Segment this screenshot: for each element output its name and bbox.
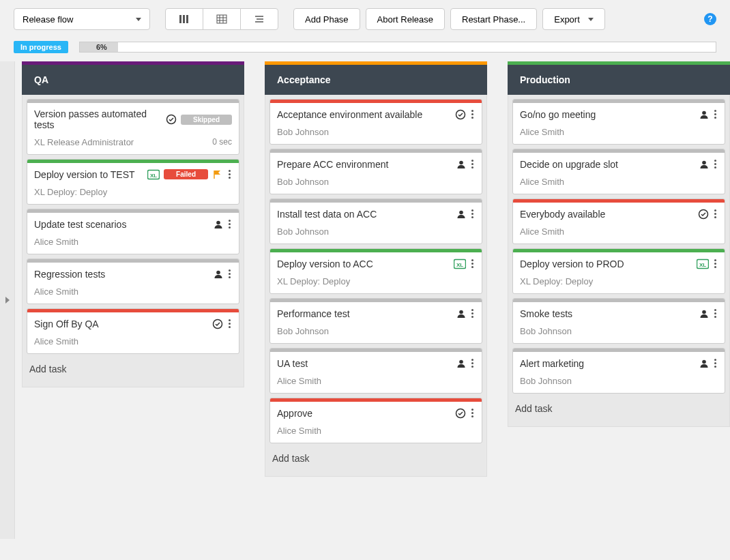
add-phase-button[interactable]: Add Phase (293, 8, 360, 30)
task-assignee: Bob Johnson (277, 226, 475, 237)
task-card[interactable]: Version passes automated tests Skipped X… (27, 99, 239, 155)
task-card[interactable]: Acceptance environment available Bob Joh… (269, 99, 482, 145)
task-card[interactable]: Decide on upgrade slot Alice Smith (512, 149, 725, 194)
task-menu-icon[interactable] (227, 268, 232, 280)
task-assignee: Bob Johnson (520, 326, 718, 336)
task-card[interactable]: Everybody available Alice Smith (512, 198, 725, 244)
task-card[interactable]: Sign Off By QA Alice Smith (27, 308, 239, 354)
add-task-button[interactable]: Add task (27, 358, 239, 380)
table-view-button[interactable] (203, 8, 241, 30)
task-card[interactable]: Prepare ACC environment Bob Johnson (269, 149, 482, 194)
flag-icon (212, 169, 223, 180)
task-menu-icon[interactable] (470, 158, 475, 170)
task-card[interactable]: Deploy version to TEST XLFailed XL Deplo… (27, 159, 239, 205)
task-title: Regression tests (34, 269, 209, 280)
board-view-button[interactable] (165, 8, 203, 30)
person-icon (699, 110, 709, 119)
task-assignee: Alice Smith (34, 336, 232, 347)
task-title: Decide on upgrade slot (520, 159, 695, 170)
phase-title: QA (34, 74, 48, 85)
status-chip: Skipped (181, 115, 232, 125)
task-menu-icon[interactable] (470, 308, 475, 319)
list-view-button[interactable] (240, 8, 278, 30)
svg-rect-2 (186, 15, 188, 23)
phase-title: Production (520, 74, 570, 85)
svg-text:XL: XL (150, 172, 157, 178)
toolbar: Release flow Add Phase Abort Release Res… (0, 0, 730, 38)
phase-header[interactable]: QA (22, 65, 244, 95)
task-card[interactable]: Install test data on ACC Bob Johnson (269, 198, 482, 244)
task-card[interactable]: Approve Alice Smith (269, 398, 482, 443)
task-title: Version passes automated tests (34, 108, 162, 130)
task-title: Alert marketing (520, 358, 695, 369)
task-menu-icon[interactable] (470, 407, 475, 419)
task-menu-icon[interactable] (713, 258, 718, 269)
task-card[interactable]: Performance test Bob Johnson (269, 298, 482, 344)
task-menu-icon[interactable] (713, 108, 718, 120)
task-menu-icon[interactable] (470, 108, 475, 120)
task-menu-icon[interactable] (713, 357, 718, 369)
task-assignee: XL Deploy: Deploy (277, 276, 475, 286)
sidebar-expand[interactable] (0, 61, 15, 539)
task-menu-icon[interactable] (713, 208, 718, 220)
gate-icon (455, 109, 466, 120)
person-icon (456, 209, 466, 219)
columns-icon (179, 14, 190, 25)
abort-release-button[interactable]: Abort Release (366, 8, 445, 30)
svg-text:XL: XL (456, 261, 463, 267)
task-assignee: Alice Smith (277, 426, 475, 436)
task-card[interactable]: Regression tests Alice Smith (27, 259, 239, 304)
task-assignee: Bob Johnson (277, 127, 475, 137)
phase-header[interactable]: Acceptance (265, 65, 487, 95)
person-icon (699, 309, 709, 319)
task-menu-icon[interactable] (470, 208, 475, 220)
export-button[interactable]: Export (542, 8, 605, 30)
task-card[interactable]: Alert marketing Bob Johnson (512, 348, 725, 394)
add-task-button[interactable]: Add task (512, 398, 725, 419)
svg-point-14 (216, 220, 220, 224)
help-icon[interactable]: ? (704, 13, 716, 25)
task-title: Sign Off By QA (34, 319, 208, 329)
restart-phase-button[interactable]: Restart Phase... (450, 8, 537, 30)
task-title: Performance test (277, 308, 452, 319)
person-icon (456, 309, 466, 319)
svg-point-15 (216, 270, 220, 274)
status-chip: Failed (164, 169, 208, 179)
task-menu-icon[interactable] (470, 258, 475, 269)
task-menu-icon[interactable] (713, 308, 718, 319)
task-card[interactable]: Smoke tests Bob Johnson (512, 298, 725, 344)
view-selector-label: Release flow (23, 14, 73, 25)
gate-icon (166, 114, 177, 125)
task-card[interactable]: Update test scenarios Alice Smith (27, 209, 239, 254)
progress-percent-label: 6% (96, 42, 107, 52)
task-menu-icon[interactable] (227, 168, 232, 180)
task-menu-icon[interactable] (470, 357, 475, 369)
task-menu-icon[interactable] (227, 218, 232, 230)
phase-body: Version passes automated tests Skipped X… (22, 95, 244, 387)
svg-point-19 (459, 210, 463, 214)
svg-point-25 (702, 110, 706, 115)
svg-point-18 (459, 160, 463, 164)
task-card[interactable]: Deploy version to ACC XL XL Deploy: Depl… (269, 248, 482, 294)
task-assignee: Alice Smith (520, 177, 718, 187)
task-assignee: Bob Johnson (520, 376, 718, 386)
task-card[interactable]: Go/no go meeting Alice Smith (512, 99, 725, 145)
add-task-button[interactable]: Add task (269, 447, 482, 469)
phase-header[interactable]: Production (508, 65, 730, 95)
task-menu-icon[interactable] (227, 318, 232, 329)
task-assignee: Bob Johnson (277, 177, 475, 187)
xl-deploy-icon: XL (147, 169, 160, 180)
person-icon (214, 269, 223, 279)
view-selector[interactable]: Release flow (14, 8, 150, 30)
task-title: Go/no go meeting (520, 109, 695, 120)
task-title: Update test scenarios (34, 219, 209, 230)
phase-body: Acceptance environment available Bob Joh… (265, 95, 487, 477)
svg-point-26 (702, 160, 706, 164)
task-card[interactable]: Deploy version to PROD XL XL Deploy: Dep… (512, 248, 725, 294)
task-menu-icon[interactable] (713, 158, 718, 170)
progress-row: In progress 6% (0, 38, 730, 61)
task-card[interactable]: UA test Alice Smith (269, 348, 482, 394)
svg-point-31 (702, 359, 706, 364)
board: QA Version passes automated tests Skippe… (15, 61, 730, 539)
phase-title: Acceptance (277, 74, 331, 85)
